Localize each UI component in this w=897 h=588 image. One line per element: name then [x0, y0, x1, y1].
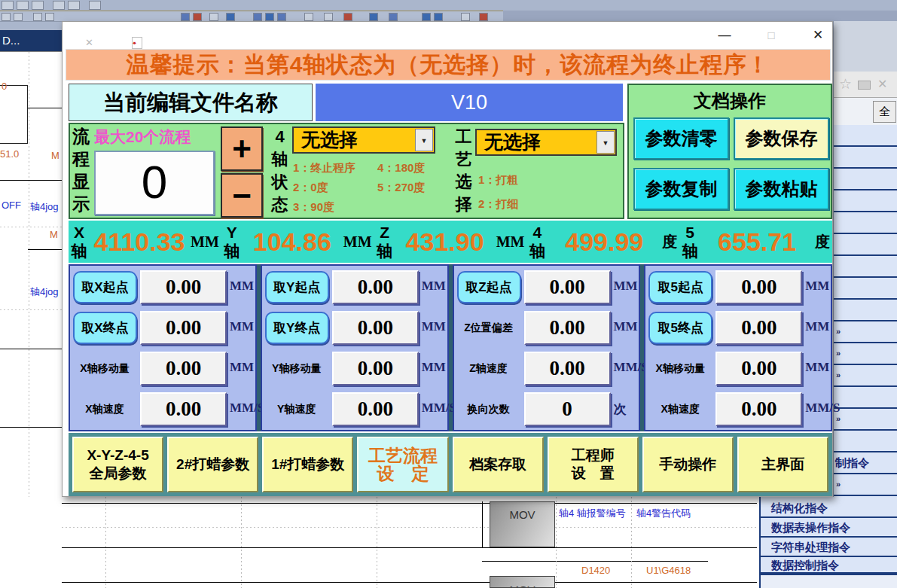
list-item[interactable]	[834, 169, 897, 190]
toolbar-icon[interactable]	[226, 13, 235, 21]
minimize-button[interactable]: —	[713, 26, 736, 45]
param-value-field[interactable]: 0.00	[715, 311, 802, 345]
get-5-start-button[interactable]: 取5起点	[648, 271, 712, 303]
axis4-state-dropdown[interactable]: 无选择 ▼	[292, 126, 435, 154]
param-value-field[interactable]: 0.00	[715, 392, 802, 426]
toolbar-icon[interactable]	[33, 13, 42, 21]
param-value-field[interactable]: 0.00	[524, 352, 611, 385]
instruction-category[interactable]: 字符串处理指令	[771, 541, 850, 555]
chevron-down-icon[interactable]: ▼	[596, 131, 615, 154]
toolbar-icon[interactable]	[265, 13, 274, 21]
maximize-button[interactable]: □	[760, 26, 783, 45]
toolbar-icon[interactable]	[277, 13, 286, 21]
list-item[interactable]	[834, 256, 897, 278]
param-value-field[interactable]: 0.00	[715, 270, 802, 304]
nav-manual-operation-button[interactable]: 手动操作	[642, 437, 734, 492]
get-z-start-button[interactable]: 取Z起点	[457, 271, 521, 303]
toolbar-icon[interactable]	[324, 13, 333, 21]
toolbar-icon[interactable]	[209, 13, 218, 21]
filter-all-button[interactable]: 全	[873, 101, 896, 123]
toolbar-icon[interactable]	[193, 13, 202, 21]
param-value-field[interactable]: 0.00	[332, 311, 419, 345]
toolbar-icon[interactable]	[89, 1, 101, 10]
toolbar-icon[interactable]	[68, 1, 80, 10]
nav-global-params-button[interactable]: X-Y-Z-4-5 全局参数	[72, 437, 163, 492]
list-item[interactable]	[834, 234, 897, 256]
param-value-field[interactable]: 0.00	[140, 352, 227, 385]
list-item[interactable]: »	[834, 343, 897, 365]
list-item[interactable]	[834, 190, 897, 212]
mov-instruction-block[interactable]: MOV	[490, 576, 555, 588]
param-value-field[interactable]: 0	[524, 392, 611, 426]
toolbar-icon[interactable]	[369, 13, 378, 21]
toolbar-icon[interactable]	[14, 13, 23, 21]
toolbar-icon[interactable]	[422, 13, 431, 21]
toolbar-icon[interactable]	[461, 13, 470, 21]
param-value-field[interactable]: 0.00	[524, 270, 611, 304]
toolbar-icon[interactable]	[2, 1, 14, 10]
instruction-category[interactable]: 数据控制指令	[771, 559, 839, 573]
list-item[interactable]	[834, 300, 897, 321]
star-icon[interactable]: ☆	[839, 75, 852, 93]
nav-wax2-params-button[interactable]: 2#打蜡参数	[167, 437, 258, 492]
list-item[interactable]: 制指令	[834, 452, 897, 474]
get-5-end-button[interactable]: 取5终点	[648, 312, 712, 344]
toolbar-icon[interactable]	[479, 13, 488, 21]
param-value-field[interactable]: 0.00	[332, 392, 419, 426]
toolbar-icon[interactable]	[181, 13, 190, 21]
get-x-start-button[interactable]: 取X起点	[73, 271, 137, 303]
param-value-field[interactable]: 0.00	[140, 311, 227, 345]
list-item[interactable]	[834, 212, 897, 234]
instruction-category[interactable]: 结构化指令	[771, 501, 828, 516]
folder-icon[interactable]	[858, 81, 871, 90]
list-item[interactable]	[834, 278, 897, 300]
param-value-field[interactable]: 0.00	[140, 392, 227, 426]
save-params-button[interactable]: 参数保存	[734, 117, 829, 160]
list-item[interactable]	[834, 125, 897, 147]
nav-wax1-params-button[interactable]: 1#打蜡参数	[262, 437, 353, 492]
toolbar-icon[interactable]	[389, 13, 398, 21]
toolbar-icon[interactable]	[53, 1, 65, 10]
toolbar-icon[interactable]	[304, 13, 313, 21]
param-value-field[interactable]: 0.00	[332, 352, 419, 385]
get-y-end-button[interactable]: 取Y终点	[265, 312, 329, 344]
flow-decrement-button[interactable]: −	[221, 173, 263, 218]
param-value-field[interactable]: 0.00	[140, 270, 227, 304]
ide-document-tab[interactable]: D...	[0, 30, 62, 51]
get-x-end-button[interactable]: 取X终点	[73, 312, 137, 344]
get-y-start-button[interactable]: 取Y起点	[265, 271, 329, 303]
nav-process-flow-button[interactable]: 工艺流程 设 定	[357, 437, 448, 492]
mov-instruction-block[interactable]: MOV	[490, 501, 555, 547]
toolbar-icon[interactable]	[17, 1, 29, 10]
list-item[interactable]	[834, 387, 897, 409]
nav-main-screen-button[interactable]: 主界面	[737, 437, 828, 492]
paste-params-button[interactable]: 参数粘贴	[734, 168, 829, 210]
list-item[interactable]: »	[834, 321, 897, 343]
nav-engineer-settings-button[interactable]: 工程师 设 置	[548, 437, 639, 492]
close-button[interactable]: ✕	[807, 26, 829, 45]
param-value-field[interactable]: 0.00	[524, 311, 611, 345]
current-file-name[interactable]: V10	[316, 84, 623, 121]
instruction-category[interactable]: 数据表操作指令	[771, 521, 850, 535]
list-item[interactable]	[834, 431, 897, 452]
copy-params-button[interactable]: 参数复制	[633, 168, 729, 210]
param-value-field[interactable]: 0.00	[332, 270, 419, 304]
nav-file-access-button[interactable]: 档案存取	[453, 437, 544, 492]
toolbar-icon[interactable]	[343, 13, 352, 21]
list-item[interactable]: »	[834, 409, 897, 431]
close-tab-icon[interactable]: ✕	[85, 37, 93, 48]
craft-select-dropdown[interactable]: 无选择 ▼	[475, 129, 617, 156]
list-item[interactable]: »	[834, 365, 897, 387]
list-item[interactable]: »	[834, 474, 897, 496]
flow-increment-button[interactable]: +	[221, 126, 263, 171]
toolbar-icon[interactable]	[253, 13, 262, 21]
close-icon[interactable]: ✕	[877, 77, 887, 91]
toolbar-icon[interactable]	[45, 13, 54, 21]
list-item[interactable]	[834, 147, 897, 169]
toolbar-icon[interactable]	[434, 13, 443, 21]
param-value-field[interactable]: 0.00	[715, 352, 802, 385]
chevron-down-icon[interactable]: ▼	[415, 129, 433, 151]
toolbar-icon[interactable]	[2, 13, 11, 21]
toolbar-icon[interactable]	[32, 1, 44, 10]
clear-params-button[interactable]: 参数清零	[633, 117, 729, 160]
